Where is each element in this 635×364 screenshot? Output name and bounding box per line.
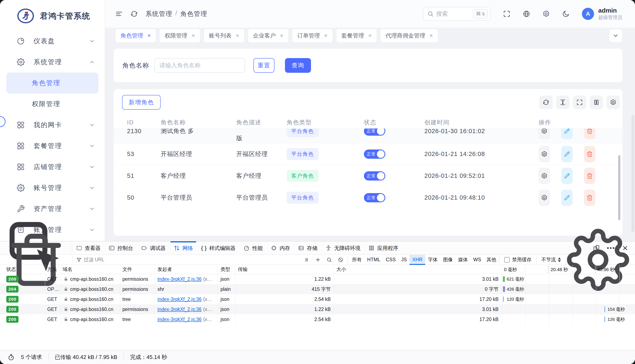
filter-chip-HTML[interactable]: HTML (364, 255, 383, 265)
edit-button[interactable] (561, 146, 573, 162)
avatar[interactable]: A (582, 8, 594, 20)
initiator-link[interactable]: index-3rqkXf_2.js:36 (157, 276, 201, 282)
net-col-status[interactable]: 状态 (6, 266, 16, 272)
edit-button[interactable] (561, 190, 573, 206)
edit-button[interactable] (561, 128, 573, 139)
net-col-file[interactable]: 文件 (122, 266, 132, 272)
filter-chip-字体[interactable]: 字体 (425, 255, 440, 265)
sidebar-item-账号管理[interactable]: 账号管理 (0, 178, 105, 198)
devtools-tab-网络[interactable]: 网络 (170, 241, 197, 255)
language-globe-icon[interactable] (523, 10, 530, 18)
role-name-input[interactable] (154, 58, 245, 73)
filter-chip-JS[interactable]: JS (398, 255, 410, 265)
sidebar-item-店铺管理[interactable]: 店铺管理 (0, 156, 105, 178)
net-col-type[interactable]: 类型 (221, 266, 230, 272)
breadcrumb-parent[interactable]: 系统管理 (145, 10, 172, 18)
table-row[interactable]: 2130 测试角色 多 版 平台角色 正常 2026-01-30 16:01:0… (114, 128, 623, 143)
columns-button[interactable] (590, 96, 603, 109)
table-refresh-button[interactable] (539, 96, 553, 109)
status-toggle[interactable]: 正常 (364, 193, 385, 202)
close-icon[interactable]: × (236, 32, 239, 39)
block-icon[interactable] (338, 257, 343, 262)
table-settings-button[interactable] (606, 96, 620, 109)
filter-chip-CSS[interactable]: CSS (383, 255, 398, 265)
view-permissions-button[interactable] (539, 190, 550, 206)
devtools-tab-内存[interactable]: 内存 (267, 241, 294, 255)
devtools-tab-存储[interactable]: 存储 (294, 241, 321, 255)
tab-overflow-button[interactable] (609, 29, 622, 42)
disable-cache-checkbox[interactable] (504, 257, 510, 262)
net-col-initiator[interactable]: 发起者 (157, 266, 172, 272)
sidebar-item-资产管理[interactable]: 资产管理 (0, 198, 105, 219)
delete-button[interactable] (584, 190, 595, 206)
sidebar-item-我的网卡[interactable]: 我的网卡 (0, 114, 105, 136)
network-request-row[interactable]: 200 GET cmp-api.boss160.cn permissions i… (0, 274, 635, 284)
net-col-method[interactable]: 方法 (47, 266, 57, 272)
view-permissions-button[interactable] (539, 168, 550, 184)
close-icon[interactable]: × (147, 32, 151, 39)
global-search[interactable]: ⌘ k (423, 7, 491, 21)
close-icon[interactable]: × (430, 32, 433, 39)
initiator-link[interactable]: index-3rqkXf_2.js:36 (157, 316, 201, 322)
close-icon[interactable]: × (368, 32, 372, 39)
settings-icon[interactable] (542, 10, 550, 18)
network-request-row[interactable]: 200 GET cmp-api.boss160.cn tree index-3r… (0, 294, 635, 304)
filter-chip-图像[interactable]: 图像 (440, 255, 456, 265)
close-icon[interactable]: × (324, 32, 327, 39)
net-col-transferred[interactable]: 传输 (238, 266, 248, 272)
tab-账号列表[interactable]: 账号列表× (204, 29, 245, 42)
url-filter-input[interactable] (84, 257, 168, 262)
devtools-tab-无障碍环境[interactable]: 无障碍环境 (321, 241, 364, 255)
tab-订单管理[interactable]: 订单管理× (292, 29, 333, 42)
status-toggle[interactable]: 正常 (364, 128, 385, 136)
devtools-tab-调试器[interactable]: 调试器 (137, 241, 170, 255)
sidebar-subitem-角色管理[interactable]: 角色管理 (6, 72, 98, 94)
search-icon[interactable] (327, 257, 332, 262)
tab-权限管理[interactable]: 权限管理× (159, 29, 200, 42)
devtools-tab-样式编辑器[interactable]: { }样式编辑器 (197, 241, 239, 255)
delete-button[interactable] (584, 146, 595, 162)
menu-toggle-icon[interactable] (115, 10, 123, 18)
delete-button[interactable] (584, 168, 595, 184)
tab-套餐管理[interactable]: 套餐管理× (336, 29, 377, 42)
close-icon[interactable]: × (191, 32, 195, 39)
initiator-link[interactable]: index-3rqkXf_2.js:36 (157, 306, 201, 312)
filter-chip-所有[interactable]: 所有 (349, 255, 364, 265)
user-menu[interactable]: A admin 超级管理员 (582, 7, 622, 21)
tab-角色管理[interactable]: 角色管理× (115, 29, 156, 42)
table-row[interactable]: 53 开福区经理 开福区经理 平台角色 正常 2026-01-21 14:26:… (114, 143, 623, 165)
devtools-tab-控制台[interactable]: 控制台 (105, 241, 137, 255)
row-height-button[interactable] (556, 96, 569, 109)
devtools-tab-性能[interactable]: 性能 (239, 241, 267, 255)
devtools-tab-应用程序[interactable]: 应用程序 (364, 241, 402, 255)
filter-chip-XHR[interactable]: XHR (409, 255, 425, 265)
sidebar-item-仪表盘[interactable]: 仪表盘 (0, 30, 105, 52)
reset-button[interactable]: 重置 (254, 58, 275, 73)
filter-chip-媒体[interactable]: 媒体 (456, 255, 471, 265)
sidebar-item-系统管理[interactable]: 系统管理 (0, 52, 105, 72)
query-button[interactable]: 查询 (285, 58, 311, 73)
sidebar-subitem-权限管理[interactable]: 权限管理 (6, 94, 98, 114)
throttle-select[interactable]: 不节流 (537, 256, 565, 263)
pause-icon[interactable] (304, 257, 309, 262)
table-scrollbar-thumb[interactable] (618, 155, 620, 220)
search-input[interactable] (436, 10, 461, 17)
sidebar-item-套餐管理[interactable]: 套餐管理 (0, 136, 105, 156)
net-col-size[interactable]: 大小 (336, 266, 346, 272)
delete-button[interactable] (584, 128, 595, 139)
filter-chip-其他[interactable]: 其他 (484, 255, 499, 265)
net-col-domain[interactable]: 域名 (63, 266, 72, 272)
fullscreen-icon[interactable] (503, 10, 510, 18)
add-role-button[interactable]: 新增角色 (122, 95, 161, 110)
table-row[interactable]: 50 平台管理员 平台管理员 平台角色 正常 2026-01-21 09:48:… (114, 187, 623, 209)
close-icon[interactable]: × (280, 32, 283, 39)
view-permissions-button[interactable] (539, 128, 550, 139)
status-toggle[interactable]: 正常 (364, 171, 385, 180)
tab-代理商佣金管理[interactable]: 代理商佣金管理× (380, 29, 438, 42)
status-toggle[interactable]: 正常 (364, 150, 385, 159)
network-request-row[interactable]: 200 GET cmp-api.boss160.cn tree index-3r… (0, 314, 635, 324)
table-row[interactable]: 51 客户经理 客户经理 客户角色 正常 2026-01-21 09:52:01 (114, 165, 623, 187)
new-request-icon[interactable] (315, 257, 321, 262)
network-request-row[interactable]: 204 OP… cmp-api.boss160.cn permissions x… (0, 284, 635, 294)
network-request-row[interactable]: 200 GET cmp-api.boss160.cn permissions i… (0, 304, 635, 314)
